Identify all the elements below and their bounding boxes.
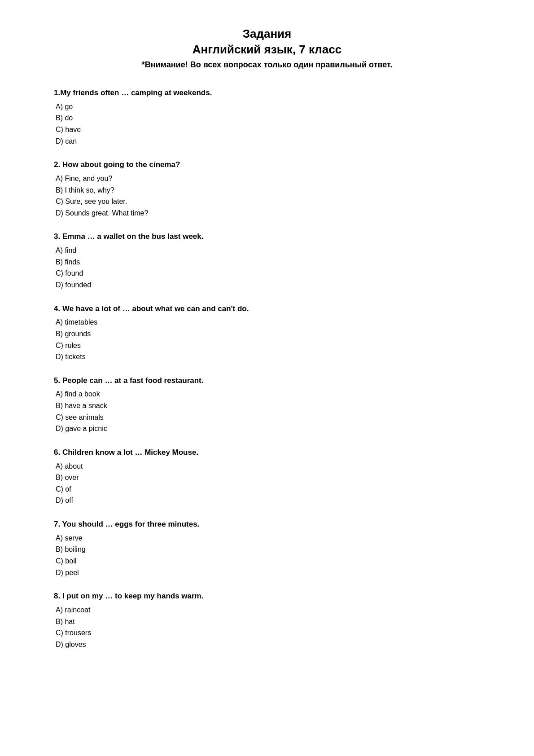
- answer-option-1-1: B) do: [54, 112, 480, 124]
- answer-option-5-0: A) find a book: [54, 388, 480, 400]
- answer-option-6-0: A) about: [54, 461, 480, 472]
- question-block-3: 3. Emma … a wallet on the bus last week.…: [54, 231, 480, 290]
- answer-option-8-2: C) trousers: [54, 627, 480, 639]
- answer-option-1-3: D) can: [54, 136, 480, 147]
- answer-option-3-0: A) find: [54, 245, 480, 256]
- page-subtitle: Английский язык, 7 класс: [54, 43, 480, 57]
- answer-option-2-0: A) Fine, and you?: [54, 173, 480, 185]
- answer-option-3-3: D) founded: [54, 279, 480, 291]
- answer-option-8-0: A) raincoat: [54, 604, 480, 616]
- answer-option-3-2: C) found: [54, 268, 480, 279]
- question-text-8: 8. I put on my … to keep my hands warm.: [54, 591, 480, 602]
- answer-option-4-3: D) tickets: [54, 351, 480, 363]
- question-block-1: 1.My friends often … camping at weekends…: [54, 88, 480, 147]
- answer-option-3-1: B) finds: [54, 256, 480, 268]
- answer-option-7-3: D) peel: [54, 567, 480, 579]
- question-block-7: 7. You should … eggs for three minutes.A…: [54, 519, 480, 578]
- answer-option-5-1: B) have a snack: [54, 400, 480, 412]
- question-text-4: 4. We have a lot of … about what we can …: [54, 303, 480, 314]
- header-note: *Внимание! Во всех вопросах только один …: [54, 60, 480, 70]
- question-block-8: 8. I put on my … to keep my hands warm.A…: [54, 591, 480, 650]
- question-text-3: 3. Emma … a wallet on the bus last week.: [54, 231, 480, 242]
- answer-option-7-1: B) boiling: [54, 544, 480, 555]
- answer-option-2-3: D) Sounds great. What time?: [54, 207, 480, 219]
- question-text-5: 5. People can … at a fast food restauran…: [54, 375, 480, 386]
- question-block-5: 5. People can … at a fast food restauran…: [54, 375, 480, 435]
- question-text-7: 7. You should … eggs for three minutes.: [54, 519, 480, 530]
- answer-option-5-3: D) gave a picnic: [54, 423, 480, 435]
- answer-option-2-2: C) Sure, see you later.: [54, 196, 480, 207]
- answer-option-4-0: A) timetables: [54, 316, 480, 328]
- answer-option-2-1: B) I think so, why?: [54, 185, 480, 196]
- note-suffix: правильный ответ.: [313, 60, 392, 69]
- answer-option-6-1: B) over: [54, 472, 480, 483]
- answer-option-8-1: B) hat: [54, 616, 480, 628]
- page-header: Задания Английский язык, 7 класс *Вниман…: [54, 27, 480, 70]
- answer-option-4-2: C) rules: [54, 340, 480, 352]
- answer-option-7-0: A) serve: [54, 532, 480, 544]
- questions-container: 1.My friends often … camping at weekends…: [54, 88, 480, 650]
- answer-option-6-2: C) of: [54, 483, 480, 495]
- answer-option-4-1: B) grounds: [54, 328, 480, 340]
- answer-option-1-2: C) have: [54, 124, 480, 136]
- question-block-2: 2. How about going to the cinema?A) Fine…: [54, 159, 480, 219]
- note-prefix: *Внимание! Во всех вопросах только: [142, 60, 293, 69]
- note-underlined: один: [293, 60, 313, 69]
- answer-option-1-0: A) go: [54, 101, 480, 113]
- answer-option-7-2: C) boil: [54, 555, 480, 567]
- question-block-4: 4. We have a lot of … about what we can …: [54, 303, 480, 363]
- answer-option-6-3: D) off: [54, 495, 480, 506]
- question-block-6: 6. Children know a lot … Mickey Mouse.A)…: [54, 447, 480, 506]
- question-text-2: 2. How about going to the cinema?: [54, 159, 480, 170]
- page-title: Задания: [54, 27, 480, 41]
- question-text-1: 1.My friends often … camping at weekends…: [54, 88, 480, 98]
- question-text-6: 6. Children know a lot … Mickey Mouse.: [54, 447, 480, 458]
- answer-option-8-3: D) gloves: [54, 639, 480, 651]
- answer-option-5-2: C) see animals: [54, 412, 480, 423]
